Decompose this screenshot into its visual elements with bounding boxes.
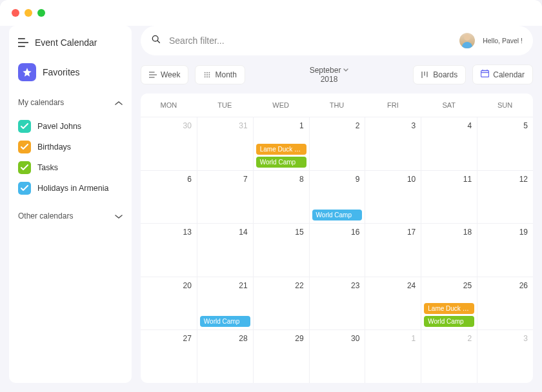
day-cell[interactable]: 1 — [365, 329, 421, 383]
week-label: Week — [161, 70, 180, 79]
dow-header: MON — [141, 93, 197, 117]
section-label: My calendars — [18, 98, 64, 107]
day-cell[interactable]: 31 — [197, 117, 253, 170]
day-number: 10 — [370, 175, 416, 184]
day-cell[interactable]: 5 — [477, 117, 533, 170]
day-cell[interactable]: 20 — [141, 277, 197, 330]
day-cell[interactable]: 29 — [253, 329, 309, 383]
month-label: Month — [215, 70, 236, 79]
svg-point-8 — [206, 76, 208, 77]
window-min-dot[interactable] — [25, 9, 32, 17]
event-chip[interactable]: World Camp — [424, 316, 474, 327]
calendar-label: Pavel Johns — [37, 122, 81, 131]
day-cell[interactable]: 27 — [141, 329, 197, 383]
period-picker[interactable]: Septeber 2018 — [310, 66, 349, 84]
day-number: 8 — [259, 175, 304, 184]
svg-point-7 — [205, 76, 206, 77]
svg-point-6 — [209, 74, 210, 75]
topbar: Hello, Pavel ! — [141, 26, 533, 55]
day-cell[interactable]: 8 — [253, 170, 309, 224]
grid-icon — [203, 72, 211, 78]
day-cell[interactable]: 19 — [477, 223, 533, 277]
day-number: 27 — [146, 334, 192, 343]
day-cell[interactable]: 14 — [197, 223, 253, 277]
day-number: 24 — [370, 281, 416, 290]
day-cell[interactable]: 24 — [365, 277, 421, 330]
day-cell[interactable]: 30 — [309, 329, 365, 383]
day-cell[interactable]: 3 — [365, 117, 421, 170]
menu-icon[interactable] — [18, 38, 28, 47]
calendar-checkbox-item[interactable]: Holidays in Armenia — [18, 178, 123, 199]
day-cell[interactable]: 30 — [141, 117, 197, 170]
other-calendars-section[interactable]: Other calendars — [18, 210, 123, 222]
star-icon — [18, 63, 36, 81]
content-area: Event Calendar Favorites My calendars Pa… — [0, 26, 542, 392]
day-cell[interactable]: 9World Camp — [309, 170, 365, 224]
week-toggle[interactable]: Week — [141, 65, 188, 84]
day-cell[interactable]: 12 — [477, 170, 533, 224]
calendar-checkbox-item[interactable]: Tasks — [18, 157, 123, 178]
svg-point-4 — [205, 74, 206, 75]
day-cell[interactable]: 26 — [477, 277, 533, 330]
favorites-button[interactable]: Favorites — [18, 63, 123, 81]
event-chip[interactable]: World Camp — [312, 210, 363, 220]
search-input[interactable] — [169, 35, 452, 46]
calendar-label: Holidays in Armenia — [37, 184, 108, 193]
day-cell[interactable]: 22 — [253, 277, 309, 330]
day-number: 2 — [315, 121, 360, 130]
window-close-dot[interactable] — [12, 9, 19, 17]
day-cell[interactable]: 4 — [421, 117, 477, 170]
calendar-label: Birthdays — [37, 142, 71, 152]
day-number: 19 — [483, 228, 528, 237]
event-chip[interactable]: World Camp — [200, 316, 250, 327]
check-icon — [18, 161, 31, 174]
day-cell[interactable]: 23 — [309, 277, 365, 330]
day-cell[interactable]: 2 — [309, 117, 365, 170]
day-cell[interactable]: 15 — [253, 223, 309, 277]
event-chip[interactable]: Lame Duck Day — [256, 144, 306, 155]
event-chip[interactable]: World Camp — [256, 157, 306, 168]
day-cell[interactable]: 13 — [141, 223, 197, 277]
window-max-dot[interactable] — [37, 9, 45, 17]
day-cell[interactable]: 18 — [421, 223, 477, 277]
day-cell[interactable]: 3 — [477, 329, 533, 383]
day-cell[interactable]: 1Lame Duck DayWorld Camp — [253, 117, 309, 170]
svg-rect-10 — [481, 71, 489, 77]
calendar-checkbox-item[interactable]: Pavel Johns — [18, 116, 123, 137]
event-chip[interactable]: Lame Duck Day — [424, 303, 474, 314]
calendar-icon — [481, 70, 489, 79]
day-cell[interactable]: 11 — [421, 170, 477, 224]
day-number: 15 — [259, 228, 304, 237]
day-number: 31 — [203, 121, 248, 130]
day-cell[interactable]: 16 — [309, 223, 365, 277]
day-cell[interactable]: 7 — [197, 170, 253, 224]
day-cell[interactable]: 2 — [421, 329, 477, 383]
check-icon — [18, 141, 31, 153]
day-number: 22 — [259, 281, 304, 290]
day-number: 5 — [483, 121, 528, 130]
day-cell[interactable]: 17 — [365, 223, 421, 277]
boards-toggle[interactable]: Boards — [413, 65, 466, 84]
dow-header: FRI — [365, 93, 421, 117]
day-cell[interactable]: 6 — [141, 170, 197, 224]
day-cell[interactable]: 25Lame Duck DayWorld Camp — [421, 277, 477, 330]
calendar-checkbox-item[interactable]: Birthdays — [18, 137, 123, 157]
day-number: 17 — [370, 228, 416, 237]
calendar-list: Pavel JohnsBirthdaysTasksHolidays in Arm… — [18, 116, 123, 199]
avatar[interactable] — [459, 33, 475, 48]
period-month: Septeber — [310, 66, 341, 75]
day-cell[interactable]: 10 — [365, 170, 421, 224]
sidebar-header: Event Calendar — [18, 37, 123, 48]
calendar-label: Tasks — [37, 163, 58, 172]
period-year: 2018 — [310, 75, 349, 84]
month-toggle[interactable]: Month — [195, 65, 245, 84]
day-number: 11 — [427, 175, 472, 184]
chevron-up-icon — [115, 97, 123, 108]
day-number: 18 — [427, 228, 472, 237]
day-cell[interactable]: 21World Camp — [197, 277, 253, 330]
day-number: 6 — [146, 175, 192, 184]
my-calendars-section[interactable]: My calendars — [18, 97, 123, 108]
boards-label: Boards — [433, 70, 457, 79]
calendar-toggle[interactable]: Calendar — [472, 64, 533, 84]
day-cell[interactable]: 28 — [197, 329, 253, 383]
